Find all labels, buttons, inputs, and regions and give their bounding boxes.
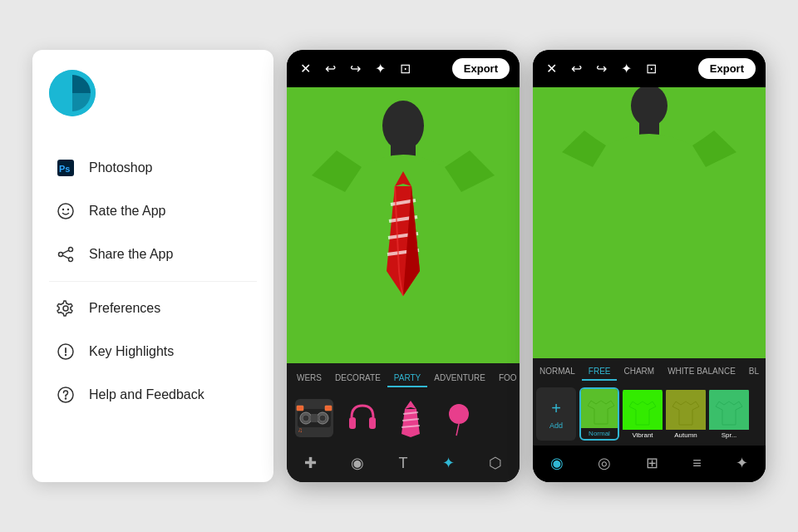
export-button-1[interactable]: Export [452,58,510,79]
phone-screen-1: ✕ ↩ ↪ ✦ ⊡ Export [287,50,520,482]
menu-item-preferences[interactable]: Preferences [49,287,257,330]
menu-items: Ps Photoshop Rate the App [49,146,257,416]
phone2-canvas [533,87,766,358]
swatch-normal-label: Normal [581,428,618,439]
svg-text:♫: ♫ [298,426,303,434]
svg-rect-34 [297,406,303,411]
share-icon [56,244,76,264]
sticker-boombox[interactable]: ♫ [293,397,335,439]
close-icon-1[interactable]: ✕ [297,61,313,76]
filter-charm[interactable]: CHARM [617,363,661,381]
eye-tool-icon[interactable]: ◉ [351,454,364,472]
svg-line-9 [62,250,68,254]
redo-icon-1[interactable]: ↪ [347,61,363,76]
filter-bl[interactable]: BL [742,363,766,381]
crop-tool-icon[interactable]: ⊞ [646,454,658,472]
question-icon [56,385,76,405]
camera-tool-icon[interactable]: ⬡ [489,454,502,472]
export-button-2[interactable]: Export [698,58,756,79]
menu-divider-1 [49,281,257,282]
filter-tabs: NORMAL FREE CHARM WHITE BALANCE BL [533,358,766,382]
svg-text:Ps: Ps [59,164,70,174]
filter-swatch-normal[interactable]: Normal [579,387,619,441]
menu-item-share[interactable]: Share the App [49,233,257,276]
add-filter-button[interactable]: + Add [536,387,576,441]
svg-point-4 [62,209,64,210]
highlights-label: Key Highlights [89,344,174,359]
menu-item-photoshop[interactable]: Ps Photoshop [49,146,257,190]
svg-point-6 [69,248,73,252]
sticker-balloon[interactable] [438,397,480,439]
phone1-bottom-toolbar: ✚ ◉ T ✦ ⬡ [287,446,520,482]
heal-tool-icon[interactable]: ✦ [736,454,748,472]
svg-rect-35 [325,406,332,411]
svg-point-8 [59,253,63,257]
sticker-headphones[interactable] [342,397,383,439]
main-container: Ps Photoshop Rate the App [17,25,781,507]
category-decorate[interactable]: DECORATE [328,370,387,387]
toolbar-left-2: ✕ ↩ ↪ ✦ ⊡ [543,61,659,76]
menu-item-highlights[interactable]: Key Highlights [49,330,257,373]
category-adventure[interactable]: ADVENTURE [427,370,492,387]
category-food[interactable]: FOO [492,370,520,387]
categories-scroll-1: WERS DECORATE PARTY ADVENTURE FOO [287,370,520,387]
photoshop-icon: Ps [56,158,76,178]
rate-label: Rate the App [89,204,166,219]
filter-free[interactable]: FREE [582,363,618,381]
category-party[interactable]: PARTY [387,370,427,387]
filter-swatch-spring[interactable]: Spr... [709,387,749,441]
swatch-autumn-label: Autumn [666,430,706,441]
filter-normal[interactable]: NORMAL [533,363,582,381]
filter-swatch-autumn[interactable]: Autumn [666,387,706,441]
app-logo [49,70,96,116]
add-icon: + [551,399,561,418]
gear-icon [56,298,76,318]
svg-line-10 [62,255,68,259]
filter-white-balance[interactable]: WHITE BALANCE [661,363,742,381]
filter-swatch-vibrant[interactable]: Vibrant [623,387,663,441]
phone1-canvas [287,87,520,363]
add-label: Add [549,421,563,430]
svg-rect-38 [369,417,376,429]
filter-tool-icon[interactable]: ◉ [550,454,564,472]
smile-icon [56,201,76,221]
phone2-bottom-toolbar: ◉ ◎ ⊞ ≡ ✦ [533,446,766,482]
exclamation-icon [56,342,76,362]
sticker-tie[interactable] [390,397,431,439]
photoshop-label: Photoshop [89,160,153,175]
wand-icon-2[interactable]: ✦ [618,61,634,76]
svg-point-3 [58,204,73,219]
preferences-label: Preferences [89,301,160,316]
svg-point-16 [65,397,66,399]
stickers-row-1: ♫ [287,391,520,446]
phone-screen-2: ✕ ↩ ↪ ✦ ⊡ Export [533,50,766,482]
text-tool-icon[interactable]: T [398,455,407,472]
undo-icon-2[interactable]: ↩ [568,61,584,76]
toolbar-left-1: ✕ ↩ ↪ ✦ ⊡ [297,61,413,76]
vignette-tool-icon[interactable]: ◎ [598,454,611,472]
svg-point-7 [69,258,73,262]
svg-marker-39 [405,401,416,409]
menu-panel: Ps Photoshop Rate the App [32,50,273,482]
svg-point-14 [65,354,66,356]
svg-point-32 [319,415,326,421]
wand-icon-1[interactable]: ✦ [372,61,388,76]
menu-item-rate[interactable]: Rate the App [49,190,257,233]
adjust-tool-icon[interactable]: ≡ [692,455,702,472]
swatch-vibrant-label: Vibrant [623,430,663,441]
toolbar-right-1: Export [452,58,510,79]
compare-icon-1[interactable]: ⊡ [397,61,413,76]
redo-icon-2[interactable]: ↪ [593,61,609,76]
svg-rect-33 [311,414,318,422]
bandage-tool-icon[interactable]: ✚ [304,454,317,472]
wand-tool-icon[interactable]: ✦ [442,454,455,472]
swatch-spring-label: Spr... [709,430,749,441]
categories-bar-1: WERS DECORATE PARTY ADVENTURE FOO [287,363,520,391]
category-flowers[interactable]: WERS [290,370,328,387]
phone2-toolbar: ✕ ↩ ↪ ✦ ⊡ Export [533,50,766,87]
undo-icon-1[interactable]: ↩ [322,61,338,76]
compare-icon-2[interactable]: ⊡ [643,61,659,76]
filter-swatches: + Add Normal [533,382,766,446]
close-icon-2[interactable]: ✕ [543,61,559,76]
menu-item-help[interactable]: Help and Feedback [49,373,257,416]
